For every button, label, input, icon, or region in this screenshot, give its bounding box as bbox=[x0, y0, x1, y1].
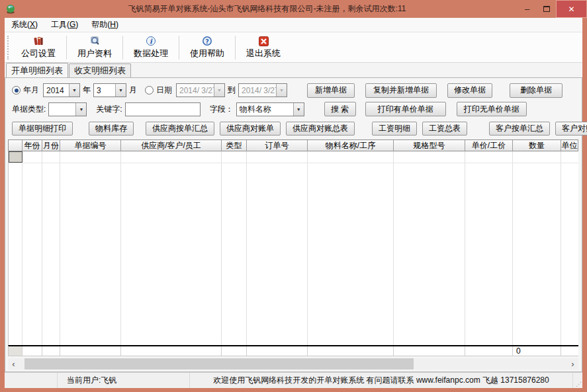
column-header-type[interactable]: 类型 bbox=[222, 140, 247, 151]
info-icon: i bbox=[146, 35, 156, 47]
column-header-order-no[interactable]: 单据编号 bbox=[60, 140, 121, 151]
supplier-statement-button[interactable]: 供应商对账单 bbox=[220, 122, 281, 136]
summary-cell bbox=[42, 346, 60, 356]
column-header-spec-model[interactable]: 规格型号 bbox=[394, 140, 465, 151]
field-value: 物料名称 bbox=[237, 104, 293, 115]
filter-row-period: 年月 2014 ▼ 年 3 ▼ 月 日期 2014/ 3/27 bbox=[5, 83, 582, 98]
radio-date-label: 日期 bbox=[156, 85, 172, 96]
column-header-po-no[interactable]: 订单号 bbox=[247, 140, 308, 151]
app-icon bbox=[5, 3, 17, 15]
summary-cell bbox=[394, 346, 465, 356]
toolbar-label: 使用帮助 bbox=[190, 48, 224, 59]
column-header-quantity[interactable]: 数量 bbox=[513, 140, 561, 151]
toolbar-label: 用户资料 bbox=[77, 48, 112, 59]
print-without-price-button[interactable]: 打印无单价单据 bbox=[457, 102, 527, 116]
radio-unselected-icon bbox=[145, 86, 154, 95]
column-header-unit-price[interactable]: 单价/工价 bbox=[465, 140, 513, 151]
toolbar-data-processing-button[interactable]: i 数据处理 bbox=[123, 34, 179, 61]
resize-grip-icon[interactable]: ⋰ bbox=[573, 373, 582, 388]
scrollbar-track[interactable] bbox=[19, 358, 567, 370]
material-stock-button[interactable]: 物料库存 bbox=[89, 122, 134, 136]
tab-income-expense-detail-list[interactable]: 收支明细列表 bbox=[69, 63, 131, 77]
exit-icon bbox=[259, 35, 269, 47]
supplier-order-summary-button[interactable]: 供应商按单汇总 bbox=[146, 122, 214, 136]
grid-column bbox=[23, 151, 42, 345]
scrollbar-thumb[interactable] bbox=[24, 358, 414, 370]
horizontal-scrollbar[interactable]: ‹ › bbox=[8, 358, 578, 370]
column-header-supplier-customer-employee[interactable]: 供应商/客户/员工 bbox=[121, 140, 222, 151]
radio-date[interactable]: 日期 bbox=[145, 85, 172, 96]
toolbar-exit-button[interactable]: 退出系统 bbox=[236, 34, 291, 61]
minimize-button[interactable]: – bbox=[518, 2, 537, 17]
chevron-down-icon: ▼ bbox=[69, 84, 79, 97]
delete-order-button[interactable]: 删除单据 bbox=[510, 83, 563, 98]
column-header-year[interactable]: 年份 bbox=[23, 140, 42, 151]
chevron-down-icon: ▼ bbox=[75, 103, 86, 116]
supplier-statement-total-button[interactable]: 供应商对账总表 bbox=[286, 122, 355, 136]
field-label: 字段： bbox=[210, 104, 234, 115]
customer-statement-button[interactable]: 客户对账单 bbox=[555, 122, 587, 136]
doc-type-label: 单据类型: bbox=[12, 104, 46, 115]
date-from-value: 2014/ 3/27 bbox=[177, 86, 214, 95]
toolbar-label: 公司设置 bbox=[21, 48, 56, 59]
customer-order-summary-button[interactable]: 客户按单汇总 bbox=[489, 122, 550, 136]
filter-row-search: 单据类型: ▼ 关键字: 字段： 物料名称 ▼ 搜 索 打印有单价单据 打印无单… bbox=[5, 101, 582, 117]
books-icon bbox=[32, 35, 44, 47]
toolbar-help-button[interactable]: ? 使用帮助 bbox=[179, 34, 235, 61]
grid-row-line bbox=[9, 163, 578, 163]
keyword-input[interactable] bbox=[125, 102, 201, 116]
print-with-price-button[interactable]: 打印有单价单据 bbox=[365, 102, 446, 116]
statusbar-pane bbox=[5, 373, 58, 388]
grid-column bbox=[247, 151, 308, 345]
edit-order-button[interactable]: 修改单据 bbox=[447, 83, 492, 98]
copy-and-add-order-button[interactable]: 复制并新增单据 bbox=[365, 83, 437, 98]
column-header-unit[interactable]: 单位 bbox=[561, 140, 578, 151]
column-header-material-process[interactable]: 物料名称/工序 bbox=[308, 140, 394, 151]
summary-cell bbox=[308, 346, 394, 356]
radio-year-month-label: 年月 bbox=[23, 85, 39, 96]
svg-text:?: ? bbox=[205, 38, 208, 45]
scroll-left-icon[interactable]: ‹ bbox=[8, 358, 19, 370]
date-to-picker[interactable]: 2014/ 3/27 ▼ bbox=[238, 83, 287, 97]
menu-tools[interactable]: 工具(G) bbox=[51, 19, 78, 30]
column-header-month[interactable]: 月份 bbox=[42, 140, 60, 151]
radio-year-month[interactable]: 年月 bbox=[12, 85, 39, 96]
grid-column bbox=[561, 151, 578, 345]
scroll-right-icon[interactable]: › bbox=[567, 358, 578, 370]
year-value: 2014 bbox=[44, 86, 69, 95]
grid-column bbox=[308, 151, 394, 345]
salary-detail-button[interactable]: 工资明细 bbox=[372, 122, 417, 136]
grid-column bbox=[513, 151, 561, 345]
toolbar-label: 数据处理 bbox=[134, 48, 168, 59]
search-button[interactable]: 搜 索 bbox=[324, 102, 356, 116]
month-combobox[interactable]: 3 ▼ bbox=[93, 83, 126, 97]
chevron-down-icon: ▼ bbox=[214, 84, 224, 97]
grid-column bbox=[9, 151, 23, 345]
field-combobox[interactable]: 物料名称 ▼ bbox=[236, 102, 304, 116]
app-window: 飞钒简易开单对账系统-汕头市飞钒网络科技有限公司-未注册，剩余试用次数:11 –… bbox=[0, 0, 587, 392]
summary-cell bbox=[9, 346, 23, 356]
toolbar-user-profile-button[interactable]: 用户资料 bbox=[67, 34, 122, 61]
print-order-detail-button[interactable]: 单据明细打印 bbox=[12, 122, 73, 136]
window-title: 飞钒简易开单对账系统-汕头市飞钒网络科技有限公司-未注册，剩余试用次数:11 bbox=[17, 3, 518, 15]
salary-total-button[interactable]: 工资总表 bbox=[422, 122, 467, 136]
summary-cell bbox=[23, 346, 42, 356]
menu-system[interactable]: 系统(X) bbox=[11, 19, 38, 30]
date-from-picker[interactable]: 2014/ 3/27 ▼ bbox=[176, 83, 225, 97]
month-value: 3 bbox=[94, 86, 115, 95]
column-header-rowselector[interactable] bbox=[9, 140, 23, 151]
menu-help[interactable]: 帮助(H) bbox=[91, 19, 118, 30]
summary-cell bbox=[465, 346, 513, 356]
grid-body[interactable] bbox=[8, 151, 578, 345]
doc-type-combobox[interactable]: ▼ bbox=[48, 102, 87, 116]
toolbar-company-settings-button[interactable]: 公司设置 bbox=[11, 34, 66, 61]
tab-order-detail-list[interactable]: 开单明细列表 bbox=[6, 63, 68, 77]
selected-row-indicator[interactable] bbox=[9, 151, 23, 163]
close-button[interactable]: ✕ bbox=[556, 0, 587, 18]
app-body: 系统(X) 工具(G) 帮助(H) 公司设置 bbox=[5, 18, 582, 388]
summary-cell bbox=[247, 346, 308, 356]
year-combobox[interactable]: 2014 ▼ bbox=[43, 83, 80, 97]
statusbar: 当前用户:飞钒 欢迎使用飞钒网络科技开发的开单对账系统 有问题请联系 www.f… bbox=[5, 372, 582, 388]
maximize-button[interactable] bbox=[537, 2, 556, 17]
add-order-button[interactable]: 新增单据 bbox=[307, 83, 355, 98]
